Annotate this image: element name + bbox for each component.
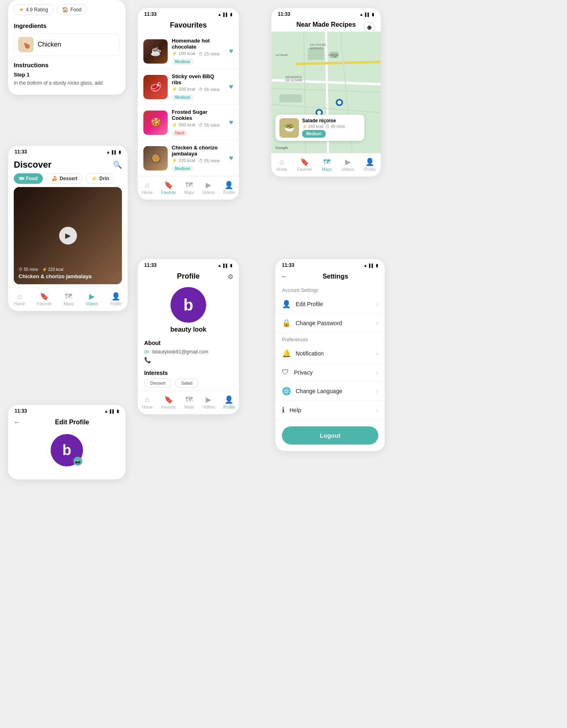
edit-profile-label: Edit Profile [296,301,376,307]
lock-icon: 🔒 [282,319,291,328]
about-section: About ✉ beautylook91@gmail.com 📞 [138,336,239,368]
heart-button[interactable]: ♥ [229,83,233,91]
language-label: Change Language [296,388,376,394]
fav-info: Chicken & chorizo jambalaya ⚡ 220 kcal ⏱… [172,145,225,172]
nav-item-favorite[interactable]: 🔖 Favorite [159,180,178,196]
map-title: Near Made Recipes [296,21,356,28]
nav-item-home[interactable]: ⌂ Home [139,180,155,196]
list-item: 🥩 Sticky oven BBQ ribs ⚡ 220 kcal ⏱ 55 m… [138,69,239,105]
list-item: 🍪 Frosted Sugar Cookies ⚡ 550 kcal ⏱ 55 … [138,105,239,140]
drink-icon: ⚡ [91,176,97,181]
back-button[interactable]: ← [14,419,20,426]
video-overlay: ▶ ⏱ 55 mins ⚡ 220 kcal Chicken & chorizo… [14,187,122,284]
nav-item-maps[interactable]: 🗺 Maps [61,292,76,307]
logout-button[interactable]: Logout [282,426,378,445]
kcal-label: ⚡ 220 kcal [172,158,195,163]
nav-item-profile[interactable]: 👤 Profile [108,291,124,307]
change-password-row[interactable]: 🔒 Change Password › [275,314,385,333]
nav-item-favorite[interactable]: 🔖 Favorite [159,394,178,410]
status-time: 11:33 [282,262,294,268]
svg-point-21 [337,100,341,104]
google-logo: Google [275,146,288,150]
settings-button[interactable]: ⚙ [228,273,233,281]
profile-header: Profile ⚙ [138,270,239,284]
list-item: ☕ Homemade hot chocolate ⚡ 100 kcal ⏱ 15… [138,34,239,69]
video-card[interactable]: ▶ ⏱ 55 mins ⚡ 220 kcal Chicken & chorizo… [14,187,122,284]
ingredient-item: 🍗 Chicken [14,33,120,56]
ingredient-image: 🍗 [18,37,34,52]
nav-label-home: Home [142,190,153,195]
status-time: 11:33 [144,262,157,268]
nav-item-maps[interactable]: 🗺 Maps [182,180,196,196]
help-row[interactable]: ℹ Help › [275,401,385,420]
notification-row[interactable]: 🔔 Notification › [275,344,385,363]
nav-item-maps[interactable]: 🗺 Maps [320,157,334,172]
svg-text:LES DOUZE: LES DOUZE [310,43,326,46]
profile-card: 11:33 Profile ⚙ b beauty look About ✉ be… [138,259,239,414]
wifi-icon [217,11,222,17]
nav-item-videos[interactable]: ▶ Videos [339,157,356,172]
heart-button[interactable]: ♥ [229,118,233,127]
nav-bar: ⌂ Home 🔖 Favorite 🗺 Maps ▶ Videos 👤 Prof… [271,153,381,177]
nav-item-home[interactable]: ⌂ Home [139,395,155,410]
video-time: ⏱ 55 mins [19,267,38,272]
avatar: b 📷 [51,434,83,466]
nav-item-profile[interactable]: 👤 Profile [362,157,378,172]
shield-icon: 🛡 [282,368,289,377]
fav-name: Sticky oven BBQ ribs [172,73,225,85]
chevron-right-icon: › [376,388,378,394]
bookmark-icon: 🔖 [164,395,173,404]
account-section-title: Account Settings [275,283,385,295]
search-button[interactable]: 🔍 [113,160,122,169]
nav-label: Profile [364,167,375,172]
nav-label: Videos [342,167,354,172]
avatar-letter: b [62,442,71,459]
favourites-title: Favourites [138,19,239,34]
instructions-title: Instructions [8,58,126,70]
nav-item-favorite[interactable]: 🔖 Favorite [295,157,314,172]
play-button[interactable]: ▶ [59,227,77,245]
cat-tab-drink[interactable]: ⚡ Drin [86,173,114,184]
privacy-row[interactable]: 🛡 Privacy › [275,363,385,382]
settings-header: ← Settings [275,270,385,283]
heart-button[interactable]: ♥ [229,47,233,55]
nav-item-favorite[interactable]: 🔖 Favorite [34,291,54,307]
difficulty-badge: Medium [172,59,194,65]
nav-label: Videos [86,302,98,306]
back-button[interactable]: ← [281,273,288,280]
difficulty-badge: Hard [172,130,188,136]
bookmark-icon: 🔖 [300,158,309,166]
kcal-label: ⚡ 100 kcal [172,51,195,56]
wifi-icon [359,11,363,17]
video-meta: ⏱ 55 mins ⚡ 220 kcal [19,267,117,272]
nav-item-maps[interactable]: 🗺 Maps [182,395,196,410]
interest-tag-dessert[interactable]: Dessert [144,379,172,387]
nav-item-videos[interactable]: ▶ Videos [83,291,100,307]
fav-image: 🥩 [143,75,168,99]
language-row[interactable]: 🌐 Change Language › [275,382,385,401]
nav-item-videos[interactable]: ▶ Videos [200,394,217,410]
nav-item-profile[interactable]: 👤 Profile [221,180,237,196]
nav-item-profile[interactable]: 👤 Profile [221,394,237,410]
nav-item-home[interactable]: ⌂ Home [12,292,28,307]
heart-button[interactable]: ♥ [229,154,233,162]
medium-button[interactable]: Medium [302,130,326,138]
fav-meta: ⚡ 550 kcal ⏱ 55 mins [172,122,225,128]
status-bar: 11:33 [271,8,381,19]
interest-tag-salad[interactable]: Salad [175,379,198,387]
camera-button[interactable]: 📷 [73,457,82,466]
battery-icon [376,262,378,268]
edit-profile-row[interactable]: 👤 Edit Profile › [275,295,385,314]
nav-label: Home [276,167,287,172]
nav-label: Home [14,302,25,306]
bell-icon: 🔔 [282,349,291,358]
nav-item-home[interactable]: ⌂ Home [274,157,290,172]
map-place-name: Salade niçoise [302,118,360,123]
nav-item-videos[interactable]: ▶ Videos [200,180,217,196]
wifi-icon [106,149,110,155]
cat-tab-food[interactable]: 🍽 Food [14,173,43,184]
fav-name: Homemade hot chocolate [172,38,225,50]
time-label: ⏱ 15 mins [198,51,220,56]
cat-tab-dessert[interactable]: 🍰 Dessert [46,173,83,184]
settings-card: 11:33 ← Settings Account Settings 👤 Edit… [275,259,385,451]
